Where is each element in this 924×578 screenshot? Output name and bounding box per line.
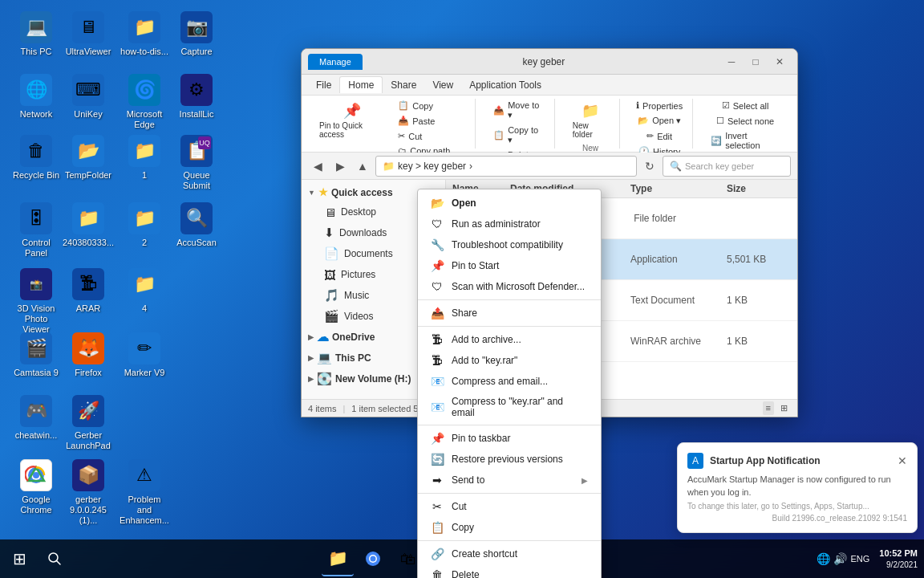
ctx-troubleshoot-icon: 🔧 — [431, 238, 444, 251]
ctx-pin-taskbar[interactable]: 📌 Pin to taskbar — [418, 428, 601, 449]
up-button[interactable]: ▲ — [353, 157, 372, 176]
ctx-open[interactable]: 📂 Open — [418, 193, 601, 214]
forward-button[interactable]: ▶ — [330, 157, 350, 176]
ultraviewer-icon: 🖥 — [72, 11, 104, 43]
taskbar-file-explorer[interactable]: 📁 — [322, 541, 354, 576]
address-bar[interactable]: 📁 key > key geber › — [375, 156, 637, 177]
ctx-pin-taskbar-icon: 📌 — [431, 432, 444, 445]
open-button[interactable]: 📂 Open ▾ — [633, 114, 686, 128]
taskbar-search-button[interactable] — [40, 544, 69, 573]
problem-icon: ⚠ — [128, 459, 160, 491]
tray-volume-icon[interactable]: 🔊 — [833, 552, 847, 565]
items-count: 4 items — [308, 404, 336, 413]
col-header-size[interactable]: Size — [727, 183, 791, 194]
ctx-share[interactable]: 📤 Share — [418, 303, 601, 324]
desktop-icon-tempfolder[interactable]: 📂 TempFolder — [60, 132, 116, 184]
desktop-icon-control-panel[interactable]: 🎛 Control Panel — [8, 199, 64, 262]
desktop-icon-folder1[interactable]: 📁 1 — [116, 132, 172, 184]
ctx-create-shortcut[interactable]: 🔗 Create shortcut — [418, 543, 601, 564]
ctx-delete[interactable]: 🗑 Delete — [418, 564, 601, 578]
desktop-icon-gerber2[interactable]: 📦 gerber 9.0.0.245 (1)... — [60, 456, 116, 530]
desktop-icon-camtasia[interactable]: 🎬 Camtasia 9 — [8, 329, 64, 381]
desktop-icon-gerber[interactable]: 🚀 Gerber LaunchPad — [60, 392, 116, 454]
ctx-compress-key-email-label: Compress to "key.rar" and email — [452, 396, 588, 418]
cut-button[interactable]: ✂ Cut — [393, 129, 468, 143]
desktop-icon-capture[interactable]: 📷 Capture — [168, 8, 225, 60]
tab-file[interactable]: File — [308, 77, 339, 93]
ctx-pin-start[interactable]: 📌 Pin to Start — [418, 255, 601, 276]
ctx-scan-icon: 🛡 — [431, 280, 444, 293]
paste-button[interactable]: 📥 Paste — [393, 114, 468, 128]
desktop-icon-firefox[interactable]: 🦊 Firefox — [60, 329, 116, 381]
list-view-button[interactable]: ≡ — [763, 401, 774, 415]
start-button[interactable]: ⊞ — [0, 539, 38, 578]
title-tab-manage[interactable]: Manage — [308, 54, 363, 70]
desktop-icon-edge[interactable]: 🌀 Microsoft Edge — [116, 71, 172, 133]
ctx-copy[interactable]: 📋 Copy — [418, 517, 601, 538]
ctx-compress-email[interactable]: 📧 Compress and email... — [418, 371, 601, 392]
desktop-icon-unikey[interactable]: ⌨ UniKey — [60, 71, 116, 123]
desktop-icon-recycle-bin[interactable]: 🗑 Recycle Bin — [8, 132, 64, 184]
this-pc-label: This PC — [20, 47, 51, 57]
tab-application-tools[interactable]: Application Tools — [461, 77, 549, 93]
ctx-add-key-rar[interactable]: 🗜 Add to "key.rar" — [418, 350, 601, 371]
ctx-send-to[interactable]: ➡ Send to ▶ — [418, 470, 601, 490]
col-header-type[interactable]: Type — [630, 183, 727, 194]
desktop-icon-installic[interactable]: ⚙ InstallLic — [168, 71, 225, 123]
back-button[interactable]: ◀ — [308, 157, 327, 176]
properties-button[interactable]: ℹ Properties — [631, 99, 687, 112]
desktop-icon-google-chrome[interactable]: Google Chrome — [8, 456, 64, 519]
desktop-icon-arar[interactable]: 🗜 ARAR — [60, 265, 116, 317]
desktop-icon-ultraviewer[interactable]: 🖥 UltraViewer — [60, 8, 116, 60]
desktop-icon-folder2[interactable]: 📁 2 — [116, 199, 172, 251]
desktop-icon-problem[interactable]: ⚠ Problem and Enhancem... — [116, 456, 172, 530]
desktop-icon-this-pc[interactable]: 💻 This PC — [8, 8, 64, 60]
minimize-button[interactable]: ─ — [720, 52, 743, 71]
close-button[interactable]: ✕ — [768, 52, 791, 71]
refresh-button[interactable]: ↻ — [640, 157, 659, 176]
ctx-compress-key-rar-email[interactable]: 📧 Compress to "key.rar" and email — [418, 392, 601, 422]
select-all-button[interactable]: ☑ Select all — [717, 99, 774, 112]
copy-button[interactable]: 📋 Copy — [393, 99, 468, 112]
ctx-add-archive[interactable]: 🗜 Add to archive... — [418, 329, 601, 350]
documents-sidebar-icon: 📄 — [324, 246, 339, 261]
pin-to-quick-access-button[interactable]: 📌 Pin to Quick access — [314, 99, 390, 142]
search-bar[interactable]: 🔍 Search key geber — [663, 156, 791, 177]
select-none-button[interactable]: ☐ Select none — [711, 114, 779, 128]
quick-access-label: Quick access — [331, 187, 393, 198]
desktop-icon-network[interactable]: 🌐 Network — [8, 71, 64, 123]
edit-button[interactable]: ✏ Edit — [642, 129, 677, 143]
ctx-run-as-admin[interactable]: 🛡 Run as administrator — [418, 214, 601, 234]
new-volume-label: New Volume (H:) — [335, 373, 411, 385]
copy-to-button[interactable]: 📋 Copy to ▾ — [488, 124, 548, 147]
taskbar-browser[interactable] — [357, 541, 389, 576]
desktop-icon-accuscan[interactable]: 🔍 AccuScan — [168, 199, 225, 251]
tab-share[interactable]: Share — [383, 77, 424, 93]
gerber2-icon: 📦 — [72, 459, 104, 491]
ctx-scan[interactable]: 🛡 Scan with Microsoft Defender... — [418, 276, 601, 297]
desktop-icon-markerv9[interactable]: ✏ Marker V9 — [116, 329, 172, 381]
ctx-restore-versions[interactable]: 🔄 Restore previous versions — [418, 449, 601, 470]
tab-view[interactable]: View — [424, 77, 461, 93]
file-type-0: File folder — [634, 213, 727, 224]
desktop-icon-queue[interactable]: UQ 📋 Queue Submit — [168, 132, 225, 194]
system-clock[interactable]: 10:52 PM 9/2/2021 — [879, 547, 918, 569]
desktop-icon-folder4[interactable]: 📁 4 — [116, 265, 172, 317]
desktop-icon-3dphoto[interactable]: 📸 3D Vision Photo Viewer — [8, 265, 64, 339]
ctx-troubleshoot[interactable]: 🔧 Troubleshoot compatibility — [418, 234, 601, 255]
notif-close-button[interactable]: ✕ — [898, 454, 907, 467]
this-pc-chevron: ▶ — [308, 354, 314, 362]
tray-icons: 🌐 🔊 ENG — [817, 552, 869, 565]
move-to-button[interactable]: 📤 Move to ▾ — [488, 99, 548, 122]
grid-view-button[interactable]: ⊞ — [777, 401, 791, 415]
new-folder-button[interactable]: 📁 New folder — [568, 99, 613, 142]
desktop-icon-how-to-dis[interactable]: 📁 how-to-dis... — [116, 8, 172, 60]
select-none-icon: ☐ — [716, 116, 724, 126]
tab-home[interactable]: Home — [339, 76, 383, 93]
tray-network-icon[interactable]: 🌐 — [817, 552, 830, 565]
desktop-icon-cheatwin[interactable]: 🎮 cheatwin... — [8, 392, 64, 444]
ctx-cut[interactable]: ✂ Cut — [418, 496, 601, 517]
invert-selection-button[interactable]: 🔄 Invert selection — [706, 129, 784, 152]
maximize-button[interactable]: □ — [744, 52, 767, 71]
desktop-icon-folder240[interactable]: 📁 240380333... — [60, 199, 116, 251]
